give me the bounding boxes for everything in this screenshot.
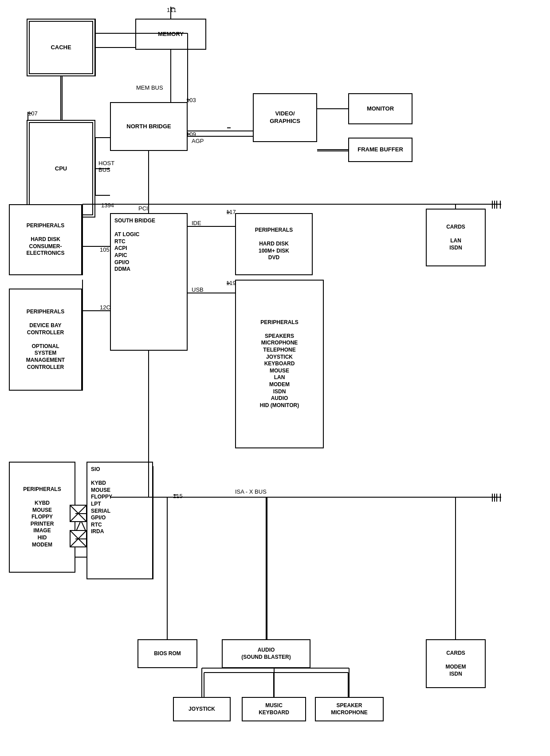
memory-label: MEMORY <box>158 31 184 38</box>
label-111: 111 <box>167 7 177 13</box>
monitor-label: MONITOR <box>367 105 394 113</box>
cpu-box: CPU <box>27 120 95 218</box>
peripherals-1394-box: PERIPHERALS HARD DISK CONSUMER- ELECTRON… <box>9 204 82 275</box>
label-119: 119 <box>226 280 236 286</box>
speaker-microphone-label: SPEAKER MICROPHONE <box>331 702 368 716</box>
peripherals-ide-box: PERIPHERALS HARD DISK 100M+ DISK DVD <box>235 213 313 275</box>
label-105: 105 <box>100 246 110 253</box>
peripherals-ide-label: PERIPHERALS HARD DISK 100M+ DISK DVD <box>255 227 293 261</box>
label-117: 117 <box>226 209 236 215</box>
speaker-microphone-box: SPEAKER MICROPHONE <box>315 697 384 721</box>
music-keyboard-label: MUSIC KEYBOARD <box>259 702 289 716</box>
label-mem-bus: MEM BUS <box>136 84 163 91</box>
label-115: 115 <box>173 493 183 499</box>
label-usb: USB <box>192 286 204 293</box>
svg-line-33 <box>75 508 86 533</box>
frame-buffer-label: FRAME BUFFER <box>358 146 403 154</box>
peripherals-device-label: PERIPHERALS DEVICE BAY CONTROLLER OPTION… <box>26 309 65 371</box>
frame-buffer-box: FRAME BUFFER <box>348 138 412 162</box>
cards-isa-label: CARDS MODEM ISDN <box>446 650 466 677</box>
video-graphics-label: VIDEO/ GRAPHICS <box>270 110 300 125</box>
svg-line-32 <box>75 508 86 533</box>
peripherals-usb-label: PERIPHERALS SPEAKERS MICROPHONE TELEPHON… <box>260 319 299 409</box>
label-12c: 12C <box>100 304 110 311</box>
label-109: 109 <box>186 131 196 138</box>
video-graphics-box: VIDEO/ GRAPHICS <box>253 93 317 142</box>
north-bridge-box: NORTH BRIDGE <box>110 102 188 151</box>
sio-label: SIO KYBD MOUSE FLOPPY LPT SERIAL GPI/O R… <box>91 466 112 535</box>
joystick-box: JOYSTICK <box>173 697 231 721</box>
label-host-bus: HOST BUS <box>98 160 114 173</box>
south-bridge-box: SOUTH BRIDGE AT LOGIC RTC ACPI APIC GPI/… <box>110 213 188 351</box>
cpu-label: CPU <box>55 165 67 173</box>
cards-isa-box: CARDS MODEM ISDN <box>426 639 486 688</box>
label-103: 103 <box>186 97 196 103</box>
peripherals-kybd-label: PERIPHERALS KYBD MOUSE FLOPPY PRINTER IM… <box>23 486 61 548</box>
memory-box: MEMORY <box>135 19 206 50</box>
music-keyboard-box: MUSIC KEYBOARD <box>242 697 306 721</box>
audio-label: AUDIO (SOUND BLASTER) <box>241 647 291 661</box>
cache-label: CACHE <box>51 44 71 51</box>
label-1394: 1394 <box>101 202 114 209</box>
bios-rom-box: BIOS ROM <box>138 639 197 668</box>
peripherals-1394-label: PERIPHERALS HARD DISK CONSUMER- ELECTRON… <box>26 222 64 257</box>
cards-pci-label: CARDS LAN ISDN <box>446 224 465 251</box>
peripherals-device-box: PERIPHERALS DEVICE BAY CONTROLLER OPTION… <box>9 289 82 391</box>
north-bridge-label: NORTH BRIDGE <box>126 123 171 131</box>
bios-rom-label: BIOS ROM <box>154 650 181 657</box>
monitor-box: MONITOR <box>348 93 412 124</box>
label-107: 107 <box>28 110 38 117</box>
diagram: CACHE MEMORY CPU NORTH BRIDGE VIDEO/ GRA… <box>0 0 550 756</box>
label-isa-x-bus: ISA - X BUS <box>235 488 267 495</box>
label-ide: IDE <box>192 220 201 226</box>
audio-box: AUDIO (SOUND BLASTER) <box>222 639 310 668</box>
south-bridge-label: SOUTH BRIDGE AT LOGIC RTC ACPI APIC GPI/… <box>114 218 155 273</box>
label-pci: PCI <box>138 205 148 212</box>
joystick-label: JOYSTICK <box>189 706 215 713</box>
sio-box: SIO KYBD MOUSE FLOPPY LPT SERIAL GPI/O R… <box>86 462 153 579</box>
peripherals-kybd-box: PERIPHERALS KYBD MOUSE FLOPPY PRINTER IM… <box>9 462 75 573</box>
label-agp: AGP <box>192 138 204 144</box>
cache-box: CACHE <box>27 19 95 76</box>
cards-pci-box: CARDS LAN ISDN <box>426 209 486 266</box>
peripherals-usb-box: PERIPHERALS SPEAKERS MICROPHONE TELEPHON… <box>235 280 324 448</box>
